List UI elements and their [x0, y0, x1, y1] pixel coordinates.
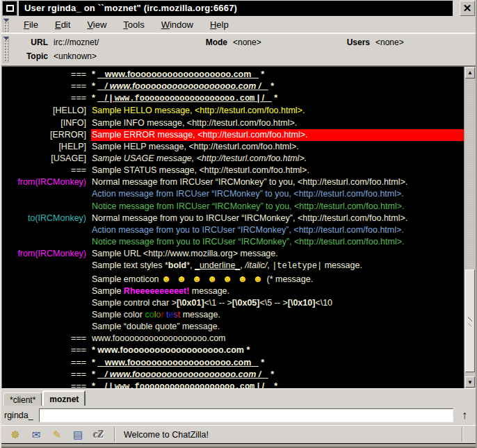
chat-line: ===* _ / www.fooooooooooooooooooo.com / …: [2, 81, 464, 92]
chat-line: [USAGE]Sample USAGE message, <http://tes…: [2, 153, 464, 165]
chat-line: ===Sample STATUS message, <http://testur…: [2, 165, 464, 176]
chat-line: Sample emoticon ☻ ☻ ☻ ☻ ☻ ☻ ☻ (* message…: [2, 273, 464, 285]
message-prefix: [2, 273, 91, 285]
mode-value: <none>: [233, 38, 261, 47]
statusbar-end-panel: [463, 426, 476, 443]
message-prefix: [2, 321, 91, 333]
message-text: * _ / | www.fooooooooooooooooooo.com | /…: [91, 92, 464, 105]
message-text: * _ / www.fooooooooooooooooooo.com / _ *: [91, 81, 464, 92]
chat-area: ===* _ www.fooooooooooooooooooo.com _ *=…: [1, 66, 476, 388]
status-icons: ☸✉✎▤cZ: [1, 426, 114, 443]
header-grid: URL irc://moznet/ Mode <none> Users <non…: [10, 35, 476, 63]
chat-lines: ===* _ www.fooooooooooooooooooo.com _ *=…: [2, 67, 464, 388]
tab-strip: *client*moznet: [1, 388, 476, 406]
message-text: Notice message from IRCUser “IRCMonkey” …: [91, 201, 464, 213]
window-menu-icon: [6, 5, 14, 12]
url-value[interactable]: irc://moznet/: [54, 38, 99, 47]
chat-line: Notice message from IRCUser “IRCMonkey” …: [2, 201, 464, 213]
message-text: Sample HELP message, <http://testurl.com…: [91, 141, 464, 153]
message-prefix: [2, 224, 91, 236]
menu-help[interactable]: Help: [202, 18, 236, 31]
send-arrow-icon[interactable]: ↑: [458, 408, 471, 422]
message-text: Sample color color test message.: [91, 309, 464, 321]
message-text: Sample HELLO message, <http://testurl.co…: [91, 105, 464, 117]
menubar: FileEditViewToolsWindowHelp: [1, 17, 476, 33]
message-text: Sample control char >[\0x01]<\1 -- >[\0x…: [91, 297, 464, 309]
collapse-triangle-icon: [3, 37, 9, 40]
message-prefix: ===: [2, 81, 91, 92]
message-text: * _ www.fooooooooooooooooooo.com _ *: [91, 69, 464, 81]
message-text: Sample Rheeeeeeeeeet! message.: [91, 285, 464, 297]
chat-line: Sample Rheeeeeeeeeet! message.: [2, 285, 464, 297]
users-value: <none>: [375, 38, 404, 47]
titlebar-gap: [454, 1, 458, 16]
mail-icon[interactable]: ✉: [28, 428, 45, 442]
collapse-triangle-icon: [3, 19, 9, 22]
message-prefix: to(IRCMonkey): [2, 213, 91, 224]
chat-line: ===www.fooooooooooooooooooo.com: [2, 333, 464, 345]
tab-client[interactable]: *client*: [3, 392, 42, 406]
message-prefix: ===: [2, 381, 91, 388]
chatzilla-icon[interactable]: cZ: [90, 428, 107, 442]
message-text: * www.fooooooooooooooooooo.com *: [91, 345, 464, 356]
chat-line: ===* _ www.fooooooooooooooooooo.com _ *: [2, 69, 464, 81]
close-button[interactable]: ✕: [460, 1, 475, 16]
message-text: Action message from you to IRCUser “IRCM…: [91, 224, 464, 236]
chat-line: [HELP]Sample HELP message, <http://testu…: [2, 141, 464, 153]
message-prefix: [2, 201, 91, 213]
navigator-icon[interactable]: ☸: [7, 428, 24, 442]
message-text: www.fooooooooooooooooooo.com: [91, 333, 464, 345]
chat-line: [HELLO]Sample HELLO message, <http://tes…: [2, 105, 464, 117]
message-text: Sample STATUS message, <http://testurl.c…: [91, 165, 464, 176]
scroll-down-button[interactable]: ▼: [465, 376, 475, 388]
menu-view[interactable]: View: [79, 18, 114, 31]
chat-line: Action message from IRCUser “IRCMonkey” …: [2, 188, 464, 200]
mode-label: Mode: [190, 38, 233, 47]
topic-label: Topic: [10, 51, 54, 61]
status-message: Welcome to ChatZilla!: [115, 426, 462, 443]
message-prefix: ===: [2, 369, 91, 381]
menu-window[interactable]: Window: [154, 18, 201, 31]
message-input[interactable]: [39, 408, 453, 422]
message-text: * _ / www.fooooooooooooooooooo.com / _ *: [91, 369, 464, 381]
chat-line: [ERROR]Sample ERROR message, <http://tes…: [2, 129, 464, 141]
menubar-items: FileEditViewToolsWindowHelp: [10, 18, 236, 31]
header-grippy[interactable]: [3, 36, 9, 63]
menu-edit[interactable]: Edit: [47, 18, 78, 31]
tab-moznet[interactable]: moznet: [42, 390, 86, 406]
message-text: Normal message from IRCUser “IRCMonkey” …: [91, 176, 464, 188]
message-text: Notice message from you to IRCUser “IRCM…: [91, 236, 464, 248]
message-prefix: from(IRCMonkey): [2, 248, 91, 260]
menu-tools[interactable]: Tools: [115, 18, 152, 31]
window-resize-edge[interactable]: [1, 443, 476, 448]
message-prefix: ===: [2, 333, 91, 345]
chat-line: from(IRCMonkey)Sample URL <http://www.mo…: [2, 248, 464, 260]
chat-line: ===* _ / | www.fooooooooooooooooooo.com …: [2, 92, 464, 105]
message-prefix: [HELP]: [2, 141, 91, 153]
vertical-scrollbar[interactable]: ▲ ▼: [464, 67, 476, 388]
url-label: URL: [10, 38, 54, 47]
message-text: Sample “double quote” message.: [91, 321, 464, 333]
message-prefix: ===: [2, 69, 91, 81]
nickname-label[interactable]: rginda_: [4, 410, 35, 420]
window-menu-button[interactable]: [2, 1, 17, 16]
message-text: * _ / | www.fooooooooooooooooooo.com | /…: [91, 381, 464, 388]
message-text: Sample INFO message, <http://testurl.com…: [91, 117, 464, 129]
addressbook-icon[interactable]: ▤: [70, 428, 86, 442]
users-label: Users: [332, 38, 375, 47]
message-text: * _ www.fooooooooooooooooooo.com _ *: [91, 357, 464, 369]
titlebar[interactable]: User rginda_ on ``moznet" (irc.mozilla.o…: [1, 0, 476, 17]
menubar-grippy[interactable]: [3, 18, 9, 32]
chat-line: Sample color color test message.: [2, 309, 464, 321]
composer-icon[interactable]: ✎: [49, 428, 65, 442]
window-title: User rginda_ on ``moznet" (irc.mozilla.o…: [19, 1, 453, 16]
menu-file[interactable]: File: [16, 18, 46, 31]
message-prefix: ===: [2, 92, 91, 105]
statusbar: ☸✉✎▤cZ Welcome to ChatZilla!: [1, 425, 476, 443]
scroll-up-button[interactable]: ▲: [465, 67, 475, 78]
message-prefix: ===: [2, 357, 91, 369]
message-text: Sample USAGE message, <http://testurl.co…: [91, 153, 464, 165]
input-row: rginda_ ↑: [1, 406, 476, 424]
scrollbar-thumb[interactable]: [465, 269, 475, 372]
message-prefix: [2, 285, 91, 297]
